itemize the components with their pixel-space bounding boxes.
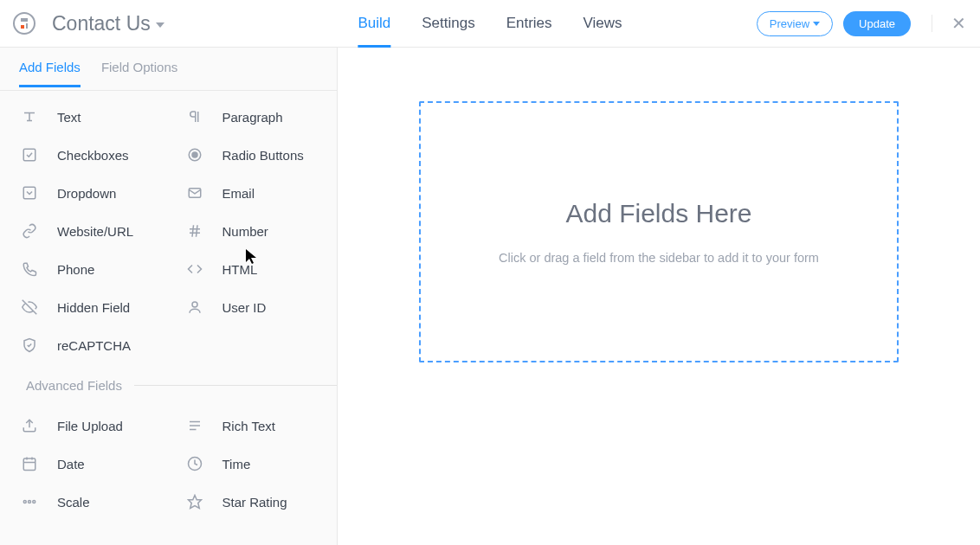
drop-subtitle: Click or drag a field from the sidebar t…: [499, 251, 819, 265]
caret-down-icon: [813, 22, 820, 26]
user-icon: [186, 298, 203, 316]
svg-rect-3: [26, 23, 28, 29]
field-checkboxes[interactable]: Checkboxes: [3, 136, 169, 174]
svg-line-12: [196, 225, 197, 237]
tab-views[interactable]: Views: [583, 0, 622, 47]
tab-entries[interactable]: Entries: [506, 0, 552, 47]
paragraph-icon: [186, 108, 203, 125]
svg-point-13: [192, 302, 197, 307]
field-file-upload[interactable]: File Upload: [3, 407, 169, 445]
sidebar: Add Fields Field Options Text Paragraph …: [0, 48, 338, 545]
field-html[interactable]: HTML: [169, 250, 334, 288]
field-radio[interactable]: Radio Buttons: [169, 136, 334, 174]
svg-rect-4: [23, 149, 35, 161]
svg-point-24: [29, 501, 31, 503]
svg-marker-26: [188, 496, 201, 509]
close-icon[interactable]: ✕: [951, 15, 966, 32]
svg-point-0: [14, 13, 35, 34]
field-number[interactable]: Number: [169, 212, 334, 250]
sidebar-tabs: Add Fields Field Options: [0, 48, 337, 91]
field-url[interactable]: Website/URL: [3, 212, 169, 250]
radio-icon: [186, 146, 203, 164]
eye-off-icon: [21, 298, 38, 316]
text-icon: [21, 108, 38, 125]
form-title: Contact Us: [52, 12, 151, 35]
svg-point-23: [23, 501, 26, 503]
field-label: Text: [57, 110, 81, 125]
form-title-dropdown[interactable]: Contact Us: [52, 12, 164, 35]
field-phone[interactable]: Phone: [3, 250, 169, 288]
drop-title: Add Fields Here: [565, 199, 751, 228]
field-paragraph[interactable]: Paragraph: [169, 98, 334, 136]
checkbox-icon: [21, 146, 38, 164]
field-label: Radio Buttons: [222, 148, 304, 163]
field-label: Checkboxes: [57, 148, 129, 163]
caret-down-icon: [156, 22, 164, 28]
svg-point-25: [33, 501, 35, 503]
top-header: Contact Us Build Settings Entries Views …: [0, 0, 980, 48]
field-label: User ID: [222, 300, 267, 315]
tab-build[interactable]: Build: [358, 0, 390, 47]
field-hidden[interactable]: Hidden Field: [3, 288, 169, 326]
field-label: Hidden Field: [57, 300, 130, 315]
field-userid[interactable]: User ID: [169, 288, 334, 326]
svg-rect-1: [21, 18, 28, 22]
form-canvas: Add Fields Here Click or drag a field fr…: [338, 48, 980, 545]
rich-text-icon: [186, 417, 203, 434]
header-actions: Preview Update ✕: [757, 11, 966, 36]
content: Add Fields Field Options Text Paragraph …: [0, 48, 980, 545]
field-label: File Upload: [57, 419, 123, 433]
update-button[interactable]: Update: [843, 11, 911, 36]
advanced-label: Advanced Fields: [26, 378, 122, 393]
field-scale[interactable]: Scale: [3, 483, 169, 521]
svg-rect-7: [23, 187, 35, 199]
hash-icon: [186, 222, 203, 240]
field-label: Date: [57, 457, 85, 471]
field-label: Time: [222, 457, 251, 471]
main-tabs: Build Settings Entries Views: [358, 0, 622, 47]
field-label: Scale: [57, 495, 90, 510]
field-dropdown[interactable]: Dropdown: [3, 174, 169, 212]
field-label: Dropdown: [57, 186, 116, 201]
field-rich-text[interactable]: Rich Text: [169, 407, 334, 445]
svg-line-11: [192, 225, 194, 237]
tab-settings[interactable]: Settings: [422, 0, 474, 47]
field-label: Star Rating: [222, 495, 287, 510]
field-label: Paragraph: [222, 110, 283, 125]
svg-rect-2: [21, 25, 24, 29]
field-recaptcha[interactable]: reCAPTCHA: [3, 326, 169, 364]
preview-label: Preview: [770, 17, 809, 30]
field-star-rating[interactable]: Star Rating: [169, 483, 334, 521]
clock-icon: [186, 455, 203, 472]
shield-icon: [21, 337, 38, 354]
advanced-fields-grid: File Upload Rich Text Date Time Scale St…: [0, 400, 337, 528]
field-label: Website/URL: [57, 224, 133, 239]
code-icon: [186, 260, 203, 278]
field-label: HTML: [222, 262, 258, 277]
dropdown-icon: [21, 184, 38, 202]
upload-icon: [21, 417, 38, 434]
star-icon: [186, 493, 203, 510]
scale-icon: [21, 493, 38, 510]
svg-rect-18: [23, 458, 35, 471]
sidebar-tab-add-fields[interactable]: Add Fields: [19, 60, 81, 87]
drop-zone[interactable]: Add Fields Here Click or drag a field fr…: [419, 101, 899, 362]
calendar-icon: [21, 455, 38, 472]
field-time[interactable]: Time: [169, 445, 334, 483]
email-icon: [186, 184, 203, 202]
basic-fields-grid: Text Paragraph Checkboxes Radio Buttons …: [0, 91, 337, 371]
preview-button[interactable]: Preview: [757, 11, 833, 36]
divider: [134, 385, 337, 386]
phone-icon: [21, 260, 38, 278]
field-label: Email: [222, 186, 255, 201]
field-label: reCAPTCHA: [57, 338, 131, 353]
field-email[interactable]: Email: [169, 174, 334, 212]
close-area: ✕: [932, 15, 966, 32]
field-label: Phone: [57, 262, 94, 277]
field-date[interactable]: Date: [3, 445, 169, 483]
field-text[interactable]: Text: [3, 98, 169, 136]
sidebar-tab-field-options[interactable]: Field Options: [101, 60, 177, 87]
advanced-fields-header: Advanced Fields: [0, 371, 337, 400]
link-icon: [21, 222, 38, 240]
field-label: Rich Text: [222, 419, 275, 433]
